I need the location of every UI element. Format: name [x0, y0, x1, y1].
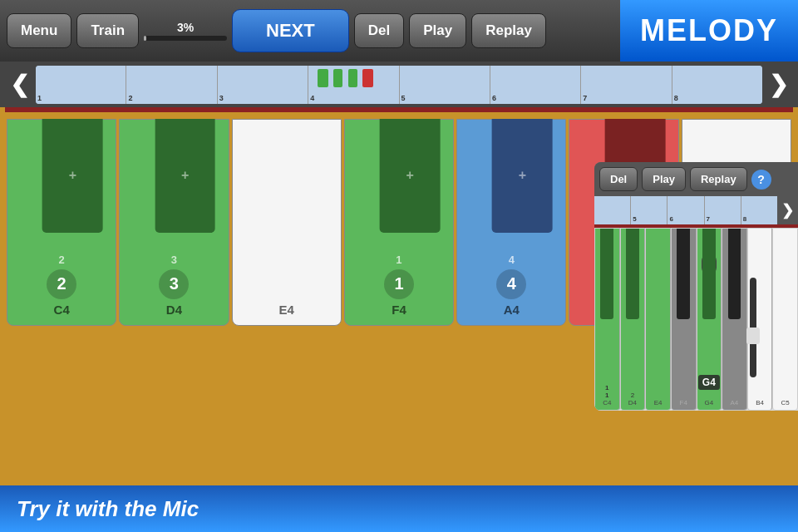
ov-key-a4[interactable]: ✕ A4	[722, 228, 747, 411]
note-e4: E4	[279, 303, 294, 317]
number-c4: 2	[47, 269, 76, 299]
mini-roll: 1 2 3 4	[36, 66, 762, 104]
menu-button[interactable]: Menu	[7, 13, 71, 48]
overlay-del-button[interactable]: Del	[599, 167, 638, 191]
title-badge: MELODY	[620, 0, 798, 62]
black-key-c4[interactable]: +	[42, 119, 103, 233]
finger-top-d4: 3	[171, 254, 177, 266]
black-key-g4[interactable]: +	[492, 119, 553, 233]
ov-black-key-a4[interactable]	[728, 229, 741, 319]
key-wrapper-c4: 2 2 C4 +	[7, 119, 116, 326]
ov-key-f4[interactable]: ✕ F4	[671, 228, 697, 411]
replay-button[interactable]: Replay	[471, 13, 546, 48]
del-button[interactable]: Del	[354, 13, 404, 48]
note-c4: C4	[54, 303, 70, 317]
finger-top-g4: 4	[509, 254, 515, 266]
note-g4: A4	[504, 303, 520, 317]
ov-black-key-g4[interactable]	[702, 229, 716, 319]
overlay-piano: 1 1 C4 2 D4 E4 ✕ F4	[594, 228, 798, 411]
app-title: MELODY	[640, 13, 778, 48]
prev-arrow[interactable]: ❮	[3, 71, 36, 98]
overlay-next-arrow[interactable]: ❯	[777, 196, 798, 224]
progress-area: 3%	[144, 21, 227, 41]
ov-black-key-d4[interactable]	[626, 229, 639, 319]
bottom-banner-text: Try it with the Mic	[17, 496, 199, 522]
mini-roll-container: ❮ 1 2 3	[0, 62, 798, 107]
ov-key-c4[interactable]: 1 1 C4	[594, 228, 620, 411]
app: Menu Train 3% NEXT Del Play Replay MELOD…	[0, 0, 798, 532]
note-f4: F4	[392, 303, 406, 317]
overlay-panel: Del Play Replay ? 5 6 7 8 ❯	[594, 162, 798, 411]
slider-thumb[interactable]	[746, 328, 760, 344]
next-arrow[interactable]: ❯	[762, 71, 795, 98]
ov-key-c5[interactable]: C5	[772, 228, 798, 411]
toolbar: Menu Train 3% NEXT Del Play Replay MELOD…	[0, 0, 798, 62]
overlay-help-button[interactable]: ?	[751, 170, 771, 190]
number-d4: 3	[159, 269, 189, 299]
number-f4: 1	[384, 269, 414, 299]
key-wrapper-g4: 4 4 A4 +	[456, 119, 566, 326]
note-d4: D4	[166, 303, 182, 317]
overlay-toolbar: Del Play Replay ?	[594, 162, 798, 196]
ov-black-key-f4[interactable]	[677, 229, 690, 319]
key-wrapper-d4: 3 3 D4 +	[119, 119, 229, 326]
ov-key-g4[interactable]: G4 G4	[697, 228, 722, 411]
number-g4: 4	[496, 269, 526, 299]
finger-top-f4: 1	[396, 254, 401, 266]
key-wrapper-e4: E4	[232, 119, 342, 326]
slider-track	[750, 278, 756, 377]
ov-key-e4[interactable]: E4	[645, 228, 671, 411]
ov-key-d4[interactable]: 2 D4	[620, 228, 646, 411]
black-key-f4[interactable]: +	[380, 119, 441, 233]
bottom-banner: Try it with the Mic	[0, 485, 798, 532]
play-button[interactable]: Play	[409, 13, 466, 48]
overlay-play-button[interactable]: Play	[642, 167, 686, 191]
next-button[interactable]: NEXT	[232, 9, 349, 52]
finger-top-c4: 2	[59, 254, 65, 266]
black-key-d4[interactable]: +	[155, 119, 215, 233]
note-label-g4: G4	[698, 375, 720, 390]
key-wrapper-f4: 1 1 F4 +	[344, 119, 454, 326]
progress-bar-background	[144, 36, 227, 41]
progress-percent: 3%	[177, 21, 194, 34]
progress-bar-fill	[144, 36, 146, 41]
ov-black-key-c4[interactable]	[600, 229, 613, 319]
overlay-mini-roll: 5 6 7 8 ❯	[594, 196, 798, 224]
train-button[interactable]: Train	[76, 13, 139, 48]
overlay-replay-button[interactable]: Replay	[690, 167, 747, 191]
piano-key-e4[interactable]: E4	[232, 119, 342, 326]
